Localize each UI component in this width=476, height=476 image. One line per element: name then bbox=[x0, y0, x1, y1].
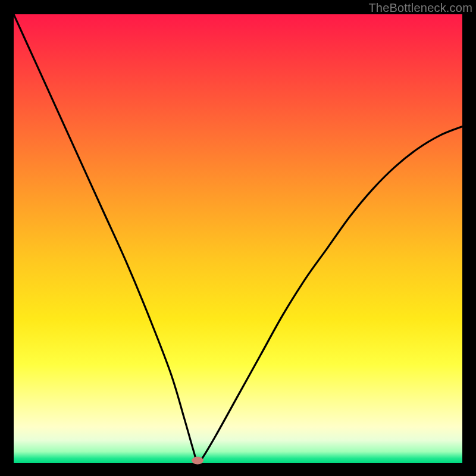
bottleneck-curve bbox=[14, 14, 462, 463]
plot-area bbox=[14, 14, 462, 463]
curve-path bbox=[14, 14, 462, 463]
optimal-point-marker bbox=[192, 457, 203, 465]
watermark-text: TheBottleneck.com bbox=[368, 1, 472, 15]
chart-frame: TheBottleneck.com bbox=[0, 0, 476, 476]
